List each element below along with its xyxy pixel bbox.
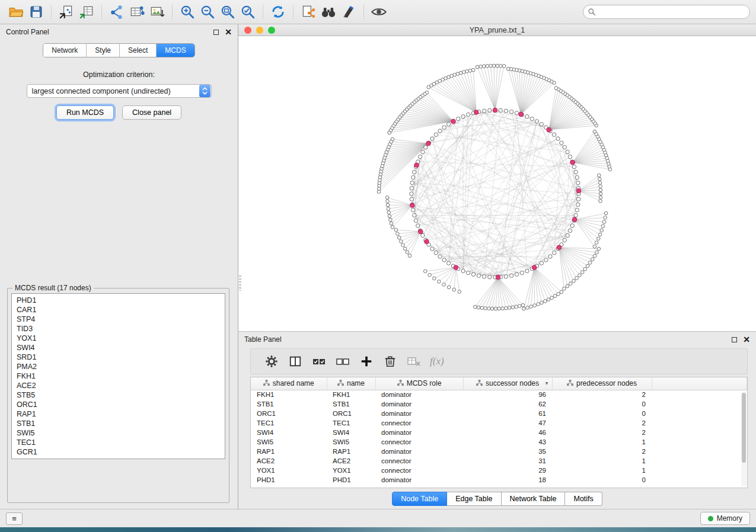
table-delete-icon <box>406 354 422 369</box>
import-file-icon[interactable] <box>56 2 76 21</box>
table-panel: Table Panel ✕ <box>238 331 756 509</box>
zoom-selected-icon[interactable] <box>238 2 258 21</box>
open-folder-icon[interactable] <box>6 2 26 21</box>
toolbar-separator <box>363 5 364 19</box>
search-icon <box>588 8 596 18</box>
column-header-mcds-role[interactable]: MCDS role <box>375 377 463 390</box>
memory-button[interactable]: Memory <box>700 512 750 525</box>
marker-icon[interactable] <box>339 2 359 21</box>
list-item[interactable]: TID3 <box>17 324 220 334</box>
list-item[interactable]: TEC1 <box>17 438 220 447</box>
gear-icon[interactable] <box>264 354 279 369</box>
tab-mcds[interactable]: MCDS <box>157 44 194 57</box>
column-header-predecessor-nodes[interactable]: predecessor nodes <box>552 377 652 390</box>
column-header-name[interactable]: name <box>327 377 375 390</box>
dropdown-stepper-icon <box>199 85 210 97</box>
list-item[interactable]: SWI4 <box>17 343 220 352</box>
table-header-row: shared name name MCDS role successor nod… <box>251 377 747 390</box>
table-row[interactable]: PHD1 PHD1 dominator 18 0 <box>251 475 747 485</box>
table-row[interactable]: STB1 STB1 dominator 62 0 <box>251 399 747 409</box>
control-panel-title: Control Panel <box>6 28 49 36</box>
trash-icon[interactable] <box>382 354 398 369</box>
list-item[interactable]: CAR1 <box>17 305 220 315</box>
list-item[interactable]: ACE2 <box>17 381 220 390</box>
toolbar-separator <box>51 5 52 19</box>
tab-network[interactable]: Network <box>43 44 87 57</box>
network-graph[interactable] <box>238 36 754 331</box>
close-panel-icon[interactable]: ✕ <box>225 28 232 36</box>
criterion-dropdown[interactable]: largest connected component (undirected) <box>27 84 212 98</box>
table-row[interactable]: SWI4 SWI4 dominator 46 2 <box>251 428 747 437</box>
scrollbar-thumb[interactable] <box>742 393 746 463</box>
import-table-icon[interactable] <box>76 2 97 21</box>
run-mcds-button[interactable]: Run MCDS <box>56 105 114 120</box>
zoom-fit-icon[interactable] <box>218 2 238 21</box>
network-table-icon[interactable] <box>127 2 147 21</box>
save-icon[interactable] <box>26 2 46 21</box>
table-row[interactable]: YOX1 YOX1 connector 29 1 <box>251 466 747 475</box>
list-item[interactable]: RAP1 <box>17 409 220 419</box>
network-window-title: YPA_prune.txt_1 <box>238 26 756 34</box>
binoculars-icon[interactable] <box>318 2 339 21</box>
list-item[interactable]: STB5 <box>17 390 220 400</box>
toolbar-separator <box>293 5 294 19</box>
table-row[interactable]: ORC1 ORC1 dominator 61 0 <box>251 409 747 418</box>
mcds-result-fieldset: MCDS result (17 nodes) PHD1CAR1STP4TID3Y… <box>7 284 229 503</box>
float-panel-icon[interactable] <box>213 30 219 35</box>
list-item[interactable]: PMA2 <box>17 362 220 371</box>
list-icon[interactable]: ≡ <box>6 512 23 525</box>
table-tabs: Node Table Edge Table Network Table Moti… <box>238 488 756 509</box>
control-panel: Control Panel ✕ Network Style Select MCD… <box>0 24 238 509</box>
tab-edge-table[interactable]: Edge Table <box>447 492 501 506</box>
zoom-in-icon[interactable] <box>177 2 197 21</box>
column-header-successor-nodes[interactable]: successor nodes▾ <box>463 377 552 390</box>
column-header-shared-name[interactable]: shared name <box>251 377 327 390</box>
table-row[interactable]: TEC1 TEC1 connector 47 2 <box>251 418 747 428</box>
toolbar-separator <box>172 5 173 19</box>
table-row[interactable]: RAP1 RAP1 dominator 35 2 <box>251 447 747 456</box>
tab-network-table[interactable]: Network Table <box>502 492 566 506</box>
list-item[interactable]: SRD1 <box>17 352 220 362</box>
table-toolbar: f(x) <box>250 348 748 374</box>
add-icon[interactable] <box>359 354 374 369</box>
select-all-icon[interactable] <box>311 354 327 369</box>
table-row[interactable]: FKH1 FKH1 dominator 96 2 <box>251 390 747 399</box>
search-input[interactable] <box>583 5 750 19</box>
memory-status-icon <box>708 516 713 521</box>
tab-motifs[interactable]: Motifs <box>565 492 602 506</box>
table-row[interactable]: SWI5 SWI5 connector 43 1 <box>251 437 747 447</box>
list-item[interactable]: PHD1 <box>17 296 220 305</box>
share-document-icon[interactable] <box>298 2 318 21</box>
columns-icon[interactable] <box>288 354 303 369</box>
tab-style[interactable]: Style <box>87 44 120 57</box>
zoom-out-icon[interactable] <box>197 2 218 21</box>
table-row[interactable]: ACE2 ACE2 connector 31 1 <box>251 456 747 466</box>
network-canvas[interactable] <box>238 36 756 331</box>
export-image-icon[interactable] <box>147 2 167 21</box>
node-table: shared name name MCDS role successor nod… <box>250 377 748 488</box>
eye-icon[interactable] <box>369 2 389 21</box>
mcds-result-list[interactable]: PHD1CAR1STP4TID3YOX1SWI4SRD1PMA2FKH1ACE2… <box>11 293 225 459</box>
list-item[interactable]: STP4 <box>17 315 220 324</box>
chevron-down-icon[interactable]: ▾ <box>545 380 548 386</box>
export-network-icon[interactable] <box>107 2 127 21</box>
list-item[interactable]: YOX1 <box>17 334 220 343</box>
table-scrollbar[interactable] <box>741 392 747 486</box>
close-panel-icon[interactable]: ✕ <box>743 335 750 344</box>
list-item[interactable]: FKH1 <box>17 371 220 381</box>
tab-node-table[interactable]: Node Table <box>392 492 447 506</box>
list-item[interactable]: STB1 <box>17 419 220 428</box>
splitter-grip[interactable] <box>239 275 241 291</box>
list-item[interactable]: GCR1 <box>17 447 220 457</box>
toolbar-separator <box>263 5 263 19</box>
list-item[interactable]: SWI5 <box>17 428 220 438</box>
list-item[interactable]: ORC1 <box>17 400 220 409</box>
network-window-titlebar[interactable]: YPA_prune.txt_1 <box>238 24 756 36</box>
criterion-value: largest connected component (undirected) <box>27 87 199 95</box>
deselect-all-icon[interactable] <box>335 354 350 369</box>
close-panel-button[interactable]: Close panel <box>122 105 181 120</box>
tab-select[interactable]: Select <box>120 44 157 57</box>
main-toolbar <box>0 0 756 24</box>
refresh-icon[interactable] <box>268 2 288 21</box>
float-panel-icon[interactable] <box>732 337 737 342</box>
